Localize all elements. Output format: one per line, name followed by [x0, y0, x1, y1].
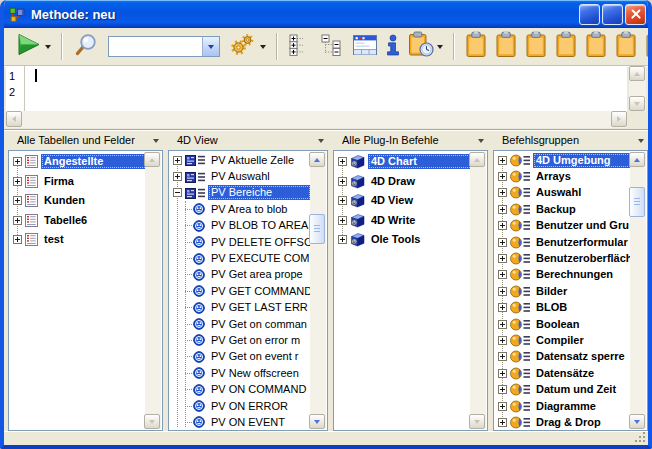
resize-grip[interactable]	[634, 431, 647, 444]
expand-icon[interactable]	[173, 156, 182, 165]
search-button[interactable]	[73, 32, 99, 62]
expand-icon[interactable]	[338, 216, 347, 225]
expand-icon[interactable]	[498, 402, 507, 411]
tree-item[interactable]: PV GET LAST ERR	[169, 300, 311, 316]
gears-button[interactable]	[229, 32, 266, 61]
dropdown-arrow-icon[interactable]	[260, 45, 266, 49]
tree-item[interactable]: Firma	[9, 172, 146, 192]
expand-icon[interactable]	[498, 156, 507, 165]
expand-icon[interactable]	[13, 196, 22, 205]
header-menu-icon[interactable]	[478, 139, 484, 143]
expand-icon[interactable]	[498, 418, 507, 427]
expand-icon[interactable]	[498, 369, 507, 378]
expand-icon[interactable]	[498, 385, 507, 394]
expand-icon[interactable]	[338, 157, 347, 166]
close-button[interactable]	[625, 4, 646, 25]
expand-icon[interactable]	[173, 172, 182, 181]
tree-item[interactable]: PV Get on error m	[169, 332, 311, 348]
tree-item[interactable]: Datensätze	[494, 365, 631, 381]
expand-icon[interactable]	[498, 352, 507, 361]
header-menu-icon[interactable]	[638, 139, 644, 143]
minimize-button[interactable]	[579, 4, 600, 25]
scroll-up-button[interactable]	[309, 152, 325, 167]
tree-item[interactable]: PV EXECUTE COM	[169, 250, 311, 266]
clipboard-button-7[interactable]	[645, 31, 648, 62]
expand-icon[interactable]	[498, 205, 507, 214]
scroll-up-button[interactable]	[469, 152, 485, 167]
panel-scrollbar[interactable]	[145, 152, 161, 429]
tree-item[interactable]: Auswahl	[494, 185, 631, 201]
panel-scrollbar[interactable]	[470, 152, 486, 429]
clipboard-button-5[interactable]	[585, 31, 607, 62]
collapse-icon[interactable]	[173, 188, 182, 197]
tree-item[interactable]: test	[9, 230, 146, 250]
dropdown-arrow-icon[interactable]	[45, 45, 51, 49]
tree-item[interactable]: Benutzer und Gru	[494, 218, 631, 234]
tree-item[interactable]: Boolean	[494, 316, 631, 332]
scroll-down-button[interactable]	[629, 414, 645, 429]
header-menu-icon[interactable]	[318, 139, 324, 143]
scroll-up-button[interactable]	[144, 152, 160, 167]
tree-item[interactable]: PV New offscreen	[169, 365, 311, 381]
scroll-down-button[interactable]	[629, 96, 645, 111]
info-button[interactable]	[386, 33, 400, 61]
clipboard-button-6[interactable]	[615, 31, 637, 62]
expand-icon[interactable]	[498, 172, 507, 181]
tree-item[interactable]: Bilder	[494, 283, 631, 299]
tree-item[interactable]: PV ON COMMAND	[169, 381, 311, 397]
tree-item[interactable]: Backup	[494, 201, 631, 217]
tree-item[interactable]: PV BLOB TO AREA	[169, 218, 311, 234]
panel-scrollbar[interactable]	[630, 152, 646, 429]
search-combobox-input[interactable]	[109, 38, 202, 55]
tree-item[interactable]: PV DELETE OFFSC	[169, 234, 311, 250]
tree-item[interactable]: 4D Draw	[334, 172, 471, 192]
expand-icon[interactable]	[498, 254, 507, 263]
clipboard-button-2[interactable]	[495, 31, 517, 62]
tree-item[interactable]: Tabelle6	[9, 211, 146, 231]
expand-all-button[interactable]	[288, 33, 312, 61]
tree-item[interactable]: Diagramme	[494, 398, 631, 414]
editor-horizontal-scrollbar[interactable]	[6, 111, 627, 128]
clipboard-button-4[interactable]	[555, 31, 577, 62]
tree-item[interactable]: 4D Write	[334, 211, 471, 231]
tree-item[interactable]: 4D View	[334, 191, 471, 211]
tree-item[interactable]: PV ON ERROR	[169, 398, 311, 414]
tree-item[interactable]: PV ON EVENT	[169, 414, 311, 430]
collapse-all-button[interactable]	[320, 33, 344, 61]
scroll-down-button[interactable]	[309, 414, 325, 429]
scroll-right-button[interactable]	[611, 111, 627, 127]
tree-item[interactable]: BLOB	[494, 300, 631, 316]
tree-item[interactable]: Benutzerformular	[494, 234, 631, 250]
tree-item[interactable]: Compiler	[494, 332, 631, 348]
expand-icon[interactable]	[498, 336, 507, 345]
tree-item[interactable]: Drag & Drop	[494, 414, 631, 430]
tree-item[interactable]: PV Auswahl	[169, 168, 311, 184]
scrollbar-thumb[interactable]	[309, 214, 325, 244]
tree-item[interactable]: PV Bereiche	[169, 185, 311, 201]
expand-icon[interactable]	[13, 235, 22, 244]
tree-item[interactable]: Angestellte	[9, 152, 146, 172]
expand-icon[interactable]	[498, 320, 507, 329]
tree-item[interactable]: PV Get area prope	[169, 267, 311, 283]
expand-icon[interactable]	[498, 287, 507, 296]
expand-icon[interactable]	[498, 270, 507, 279]
tree-item[interactable]: PV Aktuelle Zelle	[169, 152, 311, 168]
scrollbar-thumb[interactable]	[629, 187, 645, 217]
tree-item[interactable]: Arrays	[494, 168, 631, 184]
expand-icon[interactable]	[498, 188, 507, 197]
expand-icon[interactable]	[338, 177, 347, 186]
clipboard-button-3[interactable]	[525, 31, 547, 62]
panel-scrollbar[interactable]	[310, 152, 326, 429]
tree-item[interactable]: Benutzeroberfläch	[494, 250, 631, 266]
clipboard-clock-button[interactable]	[408, 31, 443, 62]
scroll-up-button[interactable]	[629, 152, 645, 167]
expand-icon[interactable]	[498, 303, 507, 312]
tree-item[interactable]: 4D Umgebung	[494, 152, 631, 168]
expand-icon[interactable]	[13, 216, 22, 225]
header-menu-icon[interactable]	[153, 139, 159, 143]
tree-item[interactable]: Datensatz sperre	[494, 349, 631, 365]
dropdown-arrow-icon[interactable]	[437, 45, 443, 49]
expand-icon[interactable]	[338, 196, 347, 205]
clipboard-button-1[interactable]	[465, 31, 487, 62]
method-icon[interactable]	[9, 6, 26, 23]
